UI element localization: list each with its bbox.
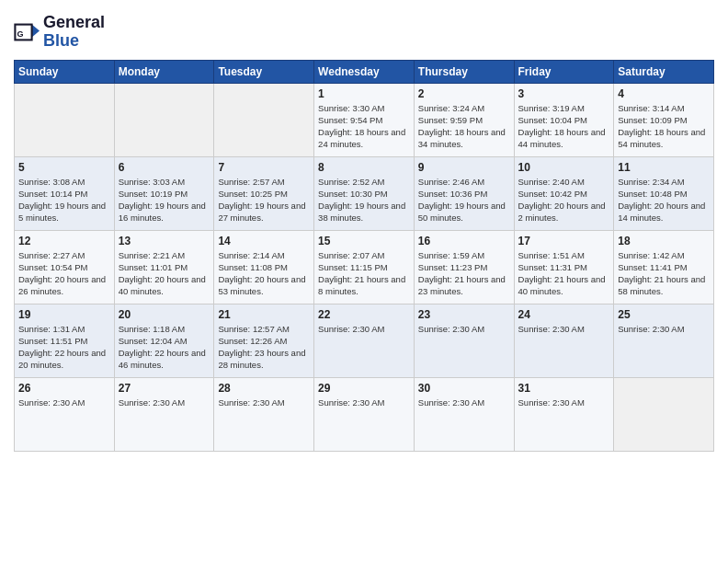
calendar-week-row: 1Sunrise: 3:30 AM Sunset: 9:54 PM Daylig… xyxy=(15,83,714,156)
calendar-cell: 7Sunrise: 2:57 AM Sunset: 10:25 PM Dayli… xyxy=(214,156,314,230)
weekday-header-sunday: Sunday xyxy=(15,60,115,83)
logo-text: General xyxy=(43,14,105,32)
day-info: Sunrise: 1:42 AM Sunset: 11:41 PM Daylig… xyxy=(618,249,710,298)
day-info: Sunrise: 3:19 AM Sunset: 10:04 PM Daylig… xyxy=(518,102,610,151)
calendar-cell: 9Sunrise: 2:46 AM Sunset: 10:36 PM Dayli… xyxy=(414,156,514,230)
day-info: Sunrise: 2:30 AM xyxy=(119,396,210,408)
day-number: 25 xyxy=(618,308,710,321)
day-info: Sunrise: 2:07 AM Sunset: 11:15 PM Daylig… xyxy=(318,249,410,298)
logo-icon: G xyxy=(14,19,40,45)
day-info: Sunrise: 3:14 AM Sunset: 10:09 PM Daylig… xyxy=(618,102,710,151)
day-info: Sunrise: 3:30 AM Sunset: 9:54 PM Dayligh… xyxy=(318,102,410,151)
day-info: Sunrise: 2:30 AM xyxy=(418,323,510,335)
day-number: 11 xyxy=(618,161,710,174)
day-number: 13 xyxy=(119,235,210,247)
day-info: Sunrise: 3:08 AM Sunset: 10:14 PM Daylig… xyxy=(18,176,110,224)
logo-blue-text: Blue xyxy=(43,32,105,51)
day-number: 4 xyxy=(618,87,710,100)
calendar-cell: 30Sunrise: 2:30 AM xyxy=(414,377,514,451)
calendar-cell: 12Sunrise: 2:27 AM Sunset: 10:54 PM Dayl… xyxy=(15,230,115,304)
day-number: 7 xyxy=(218,161,310,174)
calendar-cell: 23Sunrise: 2:30 AM xyxy=(414,304,514,377)
day-number: 15 xyxy=(318,235,410,247)
weekday-header-thursday: Thursday xyxy=(414,60,514,83)
day-number: 21 xyxy=(218,308,310,321)
day-number: 17 xyxy=(518,235,610,247)
day-number: 22 xyxy=(318,308,410,321)
calendar-cell: 4Sunrise: 3:14 AM Sunset: 10:09 PM Dayli… xyxy=(614,83,714,156)
day-info: Sunrise: 2:30 AM xyxy=(318,323,410,335)
calendar-cell: 19Sunrise: 1:31 AM Sunset: 11:51 PM Dayl… xyxy=(15,304,115,377)
day-number: 14 xyxy=(218,235,310,247)
day-info: Sunrise: 1:18 AM Sunset: 12:04 AM Daylig… xyxy=(119,323,210,372)
calendar-week-row: 5Sunrise: 3:08 AM Sunset: 10:14 PM Dayli… xyxy=(15,156,714,230)
calendar-week-row: 26Sunrise: 2:30 AM27Sunrise: 2:30 AM28Su… xyxy=(15,377,714,451)
calendar-cell: 29Sunrise: 2:30 AM xyxy=(314,377,415,451)
day-number: 24 xyxy=(518,308,610,321)
day-info: Sunrise: 2:57 AM Sunset: 10:25 PM Daylig… xyxy=(218,176,310,224)
calendar-cell: 8Sunrise: 2:52 AM Sunset: 10:30 PM Dayli… xyxy=(314,156,415,230)
weekday-header-row: SundayMondayTuesdayWednesdayThursdayFrid… xyxy=(15,60,714,83)
calendar-cell: 20Sunrise: 1:18 AM Sunset: 12:04 AM Dayl… xyxy=(114,304,214,377)
day-number: 27 xyxy=(119,382,210,395)
day-number: 28 xyxy=(218,382,310,395)
day-info: Sunrise: 2:30 AM xyxy=(218,396,310,408)
day-info: Sunrise: 2:30 AM xyxy=(518,396,610,408)
logo: G General Blue xyxy=(14,14,105,51)
calendar-cell: 26Sunrise: 2:30 AM xyxy=(15,377,115,451)
day-info: Sunrise: 2:52 AM Sunset: 10:30 PM Daylig… xyxy=(318,176,410,224)
calendar-cell: 1Sunrise: 3:30 AM Sunset: 9:54 PM Daylig… xyxy=(314,83,415,156)
day-info: Sunrise: 2:14 AM Sunset: 11:08 PM Daylig… xyxy=(218,249,310,298)
day-info: Sunrise: 2:30 AM xyxy=(618,323,710,335)
day-number: 3 xyxy=(518,87,610,100)
calendar-cell: 27Sunrise: 2:30 AM xyxy=(114,377,214,451)
calendar-cell: 21Sunrise: 12:57 AM Sunset: 12:26 AM Day… xyxy=(214,304,314,377)
day-number: 12 xyxy=(18,235,110,247)
calendar-cell: 11Sunrise: 2:34 AM Sunset: 10:48 PM Dayl… xyxy=(614,156,714,230)
day-number: 5 xyxy=(18,161,110,174)
weekday-header-saturday: Saturday xyxy=(614,60,714,83)
calendar-cell: 28Sunrise: 2:30 AM xyxy=(214,377,314,451)
day-number: 10 xyxy=(518,161,610,174)
calendar-cell xyxy=(214,83,314,156)
calendar-cell: 6Sunrise: 3:03 AM Sunset: 10:19 PM Dayli… xyxy=(114,156,214,230)
calendar-week-row: 12Sunrise: 2:27 AM Sunset: 10:54 PM Dayl… xyxy=(15,230,714,304)
svg-text:G: G xyxy=(17,29,24,39)
day-info: Sunrise: 12:57 AM Sunset: 12:26 AM Dayli… xyxy=(218,323,310,372)
weekday-header-monday: Monday xyxy=(114,60,214,83)
weekday-header-wednesday: Wednesday xyxy=(314,60,415,83)
calendar-cell: 25Sunrise: 2:30 AM xyxy=(614,304,714,377)
page-header: G General Blue xyxy=(14,14,714,51)
weekday-header-tuesday: Tuesday xyxy=(214,60,314,83)
calendar-cell xyxy=(114,83,214,156)
day-number: 6 xyxy=(119,161,210,174)
calendar-cell: 3Sunrise: 3:19 AM Sunset: 10:04 PM Dayli… xyxy=(514,83,614,156)
calendar-cell: 5Sunrise: 3:08 AM Sunset: 10:14 PM Dayli… xyxy=(15,156,115,230)
calendar-table: SundayMondayTuesdayWednesdayThursdayFrid… xyxy=(14,60,714,452)
calendar-cell: 10Sunrise: 2:40 AM Sunset: 10:42 PM Dayl… xyxy=(514,156,614,230)
day-info: Sunrise: 1:31 AM Sunset: 11:51 PM Daylig… xyxy=(18,323,110,372)
day-info: Sunrise: 2:40 AM Sunset: 10:42 PM Daylig… xyxy=(518,176,610,224)
calendar-cell: 15Sunrise: 2:07 AM Sunset: 11:15 PM Dayl… xyxy=(314,230,415,304)
day-number: 20 xyxy=(119,308,210,321)
calendar-cell: 16Sunrise: 1:59 AM Sunset: 11:23 PM Dayl… xyxy=(414,230,514,304)
day-info: Sunrise: 2:34 AM Sunset: 10:48 PM Daylig… xyxy=(618,176,710,224)
day-number: 31 xyxy=(518,382,610,395)
calendar-cell: 2Sunrise: 3:24 AM Sunset: 9:59 PM Daylig… xyxy=(414,83,514,156)
calendar-cell: 17Sunrise: 1:51 AM Sunset: 11:31 PM Dayl… xyxy=(514,230,614,304)
calendar-cell: 13Sunrise: 2:21 AM Sunset: 11:01 PM Dayl… xyxy=(114,230,214,304)
day-number: 30 xyxy=(418,382,510,395)
day-number: 8 xyxy=(318,161,410,174)
day-number: 29 xyxy=(318,382,410,395)
day-info: Sunrise: 2:21 AM Sunset: 11:01 PM Daylig… xyxy=(119,249,210,298)
day-info: Sunrise: 2:46 AM Sunset: 10:36 PM Daylig… xyxy=(418,176,510,224)
calendar-cell: 24Sunrise: 2:30 AM xyxy=(514,304,614,377)
day-number: 19 xyxy=(18,308,110,321)
day-info: Sunrise: 2:30 AM xyxy=(518,323,610,335)
calendar-cell: 14Sunrise: 2:14 AM Sunset: 11:08 PM Dayl… xyxy=(214,230,314,304)
day-info: Sunrise: 2:30 AM xyxy=(18,396,110,408)
day-number: 9 xyxy=(418,161,510,174)
calendar-cell xyxy=(614,377,714,451)
calendar-week-row: 19Sunrise: 1:31 AM Sunset: 11:51 PM Dayl… xyxy=(15,304,714,377)
day-info: Sunrise: 2:27 AM Sunset: 10:54 PM Daylig… xyxy=(18,249,110,298)
